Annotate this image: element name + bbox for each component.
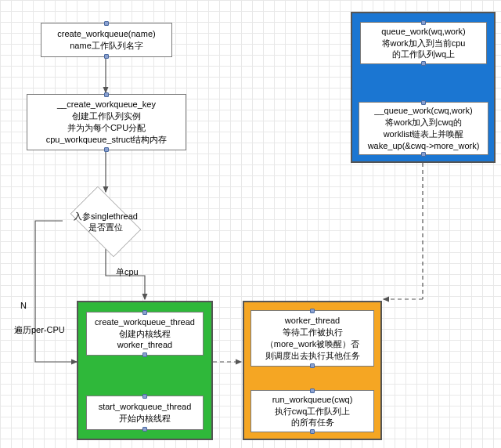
text: name工作队列名字 [70, 40, 143, 52]
text: cpu_workqueue_struct结构内存 [46, 134, 168, 146]
text: wake_up(&cwq->more_work) [368, 140, 480, 152]
text: worker_thread [285, 315, 340, 327]
text: 开始内核线程 [119, 413, 171, 425]
text: 创建工作队列实例 [72, 110, 141, 122]
text: 则调度出去执行其他任务 [265, 350, 360, 362]
node-worker-thread: worker_thread 等待工作被执行 （more_work被唤醒）否 则调… [250, 310, 374, 367]
text: 并为为每个CPU分配 [67, 122, 146, 134]
text: create_workqueue(name) [57, 28, 155, 40]
label-loop-per-cpu: 遍历per-CPU [14, 324, 65, 336]
node-start-workqueue-thread: start_workqueue_thread 开始内核线程 [86, 396, 204, 430]
node-create-workqueue: create_workqueue(name) name工作队列名字 [41, 23, 172, 57]
text: 将work加入到cwq的 [385, 117, 462, 128]
text: __create_workqueue_key [57, 99, 156, 110]
text: worker_thread [117, 339, 172, 351]
text: create_workqueue_thread [95, 316, 195, 328]
label-single-cpu: 单cpu [116, 266, 139, 278]
text: 的所有任务 [291, 417, 334, 428]
node-run-workqueue: run_workqueue(cwq) 执行cwq工作队列上 的所有任务 [250, 390, 374, 432]
node-queue-work: queue_work(wq,work) 将work加入到当前cpu 的工作队列w… [360, 22, 487, 64]
text: 执行cwq工作队列上 [275, 406, 351, 417]
label-n: N [20, 301, 27, 310]
decision-singlethread: 入参singlethread 是否置位 [63, 194, 149, 249]
text: （more_work被唤醒）否 [265, 338, 359, 350]
text: 的工作队列wq上 [392, 49, 455, 60]
text: 将work加入到当前cpu [382, 38, 466, 49]
text: queue_work(wq,work) [381, 26, 466, 38]
text: 等待工作被执行 [283, 327, 343, 338]
node-create-workqueue-thread: create_workqueue_thread 创建内核线程 worker_th… [86, 312, 204, 356]
text: 是否置位 [74, 222, 138, 233]
text: 入参singlethread [74, 211, 138, 222]
text: start_workqueue_thread [99, 401, 192, 413]
text: __queue_work(cwq,work) [374, 105, 472, 117]
text: run_workqueue(cwq) [272, 394, 353, 406]
node-queue-work-inner: __queue_work(cwq,work) 将work加入到cwq的 work… [359, 102, 488, 155]
text: 创建内核线程 [119, 328, 171, 340]
text: worklist链表上并唤醒 [384, 128, 464, 140]
node-create-workqueue-key: __create_workqueue_key 创建工作队列实例 并为为每个CPU… [27, 94, 186, 150]
